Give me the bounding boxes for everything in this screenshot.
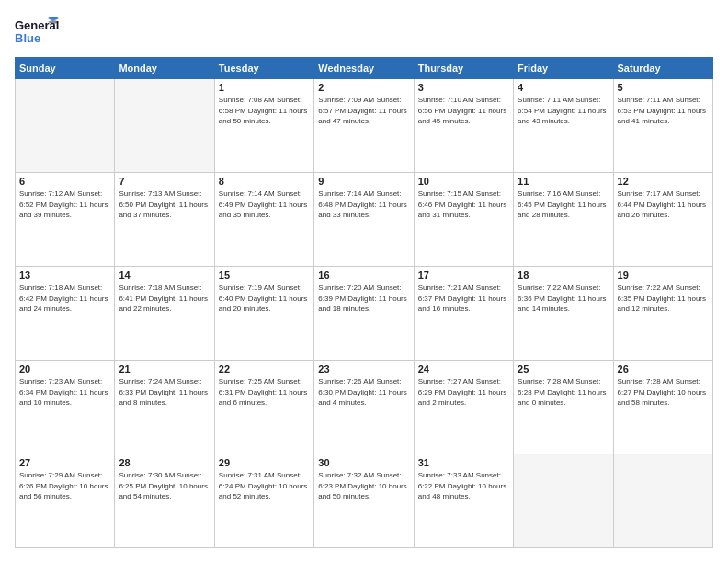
calendar-cell: 9Sunrise: 7:14 AM Sunset: 6:48 PM Daylig… — [314, 173, 414, 267]
day-info: Sunrise: 7:09 AM Sunset: 6:57 PM Dayligh… — [318, 95, 409, 127]
calendar-cell: 27Sunrise: 7:29 AM Sunset: 6:26 PM Dayli… — [16, 454, 115, 548]
calendar-cell: 26Sunrise: 7:28 AM Sunset: 6:27 PM Dayli… — [613, 361, 712, 454]
day-number: 6 — [19, 176, 110, 187]
day-info: Sunrise: 7:16 AM Sunset: 6:45 PM Dayligh… — [518, 189, 609, 221]
day-info: Sunrise: 7:20 AM Sunset: 6:39 PM Dayligh… — [318, 282, 409, 315]
calendar-cell: 24Sunrise: 7:27 AM Sunset: 6:29 PM Dayli… — [414, 361, 513, 454]
page: General Blue SundayMondayTuesdayWednesda… — [0, 0, 728, 563]
day-number: 17 — [418, 270, 509, 281]
day-number: 22 — [219, 363, 310, 374]
col-header-saturday: Saturday — [613, 58, 712, 79]
day-number: 24 — [418, 363, 509, 374]
day-number: 21 — [119, 363, 210, 374]
col-header-monday: Monday — [115, 58, 214, 79]
calendar-cell: 16Sunrise: 7:20 AM Sunset: 6:39 PM Dayli… — [314, 267, 414, 361]
day-number: 9 — [318, 176, 409, 187]
day-info: Sunrise: 7:14 AM Sunset: 6:48 PM Dayligh… — [318, 189, 409, 221]
calendar-cell: 23Sunrise: 7:26 AM Sunset: 6:30 PM Dayli… — [314, 361, 414, 454]
calendar-cell: 10Sunrise: 7:15 AM Sunset: 6:46 PM Dayli… — [414, 173, 513, 267]
calendar-cell: 31Sunrise: 7:33 AM Sunset: 6:22 PM Dayli… — [414, 454, 513, 548]
day-number: 8 — [219, 176, 310, 187]
day-number: 14 — [119, 270, 210, 281]
day-number: 3 — [418, 82, 509, 93]
day-info: Sunrise: 7:18 AM Sunset: 6:42 PM Dayligh… — [19, 282, 110, 315]
calendar-cell: 5Sunrise: 7:11 AM Sunset: 6:53 PM Daylig… — [613, 79, 712, 173]
calendar-cell: 15Sunrise: 7:19 AM Sunset: 6:40 PM Dayli… — [214, 267, 313, 361]
day-info: Sunrise: 7:29 AM Sunset: 6:26 PM Dayligh… — [19, 470, 110, 502]
logo-icon: General Blue — [15, 15, 61, 48]
day-number: 13 — [19, 270, 110, 281]
calendar-cell: 17Sunrise: 7:21 AM Sunset: 6:37 PM Dayli… — [414, 267, 513, 361]
day-number: 12 — [618, 176, 709, 187]
day-number: 11 — [518, 176, 609, 187]
day-info: Sunrise: 7:08 AM Sunset: 6:58 PM Dayligh… — [219, 95, 310, 127]
day-info: Sunrise: 7:27 AM Sunset: 6:29 PM Dayligh… — [418, 376, 509, 408]
calendar-cell: 11Sunrise: 7:16 AM Sunset: 6:45 PM Dayli… — [514, 173, 613, 267]
day-info: Sunrise: 7:28 AM Sunset: 6:27 PM Dayligh… — [618, 376, 709, 408]
day-number: 25 — [518, 363, 609, 374]
day-info: Sunrise: 7:13 AM Sunset: 6:50 PM Dayligh… — [119, 189, 210, 221]
day-info: Sunrise: 7:23 AM Sunset: 6:34 PM Dayligh… — [19, 376, 110, 408]
day-info: Sunrise: 7:21 AM Sunset: 6:37 PM Dayligh… — [418, 282, 509, 315]
logo: General Blue — [15, 15, 61, 48]
calendar-cell: 21Sunrise: 7:24 AM Sunset: 6:33 PM Dayli… — [115, 361, 214, 454]
col-header-tuesday: Tuesday — [214, 58, 313, 79]
calendar-cell: 18Sunrise: 7:22 AM Sunset: 6:36 PM Dayli… — [514, 267, 613, 361]
day-info: Sunrise: 7:25 AM Sunset: 6:31 PM Dayligh… — [219, 376, 310, 408]
calendar-table: SundayMondayTuesdayWednesdayThursdayFrid… — [15, 57, 713, 548]
day-info: Sunrise: 7:11 AM Sunset: 6:54 PM Dayligh… — [518, 95, 609, 127]
header: General Blue — [15, 15, 713, 48]
day-number: 19 — [618, 270, 709, 281]
calendar-cell: 6Sunrise: 7:12 AM Sunset: 6:52 PM Daylig… — [16, 173, 115, 267]
day-number: 2 — [318, 82, 409, 93]
day-info: Sunrise: 7:12 AM Sunset: 6:52 PM Dayligh… — [19, 189, 110, 221]
day-info: Sunrise: 7:18 AM Sunset: 6:41 PM Dayligh… — [119, 282, 210, 315]
calendar-cell: 1Sunrise: 7:08 AM Sunset: 6:58 PM Daylig… — [214, 79, 313, 173]
day-number: 31 — [418, 457, 509, 468]
day-info: Sunrise: 7:19 AM Sunset: 6:40 PM Dayligh… — [219, 282, 310, 315]
day-info: Sunrise: 7:28 AM Sunset: 6:28 PM Dayligh… — [518, 376, 609, 408]
col-header-friday: Friday — [514, 58, 613, 79]
calendar-cell — [613, 454, 712, 548]
day-number: 20 — [19, 363, 110, 374]
calendar-cell — [16, 79, 115, 173]
day-info: Sunrise: 7:15 AM Sunset: 6:46 PM Dayligh… — [418, 189, 509, 221]
day-number: 26 — [618, 363, 709, 374]
calendar-cell: 2Sunrise: 7:09 AM Sunset: 6:57 PM Daylig… — [314, 79, 414, 173]
day-info: Sunrise: 7:14 AM Sunset: 6:49 PM Dayligh… — [219, 189, 310, 221]
day-number: 23 — [318, 363, 409, 374]
calendar-cell: 29Sunrise: 7:31 AM Sunset: 6:24 PM Dayli… — [214, 454, 313, 548]
calendar-cell — [514, 454, 613, 548]
day-number: 28 — [119, 457, 210, 468]
calendar-cell: 12Sunrise: 7:17 AM Sunset: 6:44 PM Dayli… — [613, 173, 712, 267]
calendar-cell: 20Sunrise: 7:23 AM Sunset: 6:34 PM Dayli… — [16, 361, 115, 454]
day-number: 15 — [219, 270, 310, 281]
day-info: Sunrise: 7:26 AM Sunset: 6:30 PM Dayligh… — [318, 376, 409, 408]
calendar-cell: 25Sunrise: 7:28 AM Sunset: 6:28 PM Dayli… — [514, 361, 613, 454]
col-header-thursday: Thursday — [414, 58, 513, 79]
day-info: Sunrise: 7:33 AM Sunset: 6:22 PM Dayligh… — [418, 470, 509, 502]
day-number: 18 — [518, 270, 609, 281]
day-info: Sunrise: 7:17 AM Sunset: 6:44 PM Dayligh… — [618, 189, 709, 221]
day-number: 30 — [318, 457, 409, 468]
col-header-sunday: Sunday — [16, 58, 115, 79]
calendar-cell: 28Sunrise: 7:30 AM Sunset: 6:25 PM Dayli… — [115, 454, 214, 548]
day-number: 10 — [418, 176, 509, 187]
calendar-cell: 8Sunrise: 7:14 AM Sunset: 6:49 PM Daylig… — [214, 173, 313, 267]
day-number: 16 — [318, 270, 409, 281]
day-number: 1 — [219, 82, 310, 93]
day-number: 5 — [618, 82, 709, 93]
day-number: 7 — [119, 176, 210, 187]
calendar-cell: 14Sunrise: 7:18 AM Sunset: 6:41 PM Dayli… — [115, 267, 214, 361]
calendar-cell: 7Sunrise: 7:13 AM Sunset: 6:50 PM Daylig… — [115, 173, 214, 267]
day-number: 29 — [219, 457, 310, 468]
calendar-cell: 22Sunrise: 7:25 AM Sunset: 6:31 PM Dayli… — [214, 361, 313, 454]
day-info: Sunrise: 7:22 AM Sunset: 6:35 PM Dayligh… — [618, 282, 709, 315]
day-info: Sunrise: 7:24 AM Sunset: 6:33 PM Dayligh… — [119, 376, 210, 408]
calendar-cell: 13Sunrise: 7:18 AM Sunset: 6:42 PM Dayli… — [16, 267, 115, 361]
day-info: Sunrise: 7:32 AM Sunset: 6:23 PM Dayligh… — [318, 470, 409, 502]
calendar-cell: 19Sunrise: 7:22 AM Sunset: 6:35 PM Dayli… — [613, 267, 712, 361]
day-number: 27 — [19, 457, 110, 468]
day-info: Sunrise: 7:22 AM Sunset: 6:36 PM Dayligh… — [518, 282, 609, 315]
calendar-cell: 4Sunrise: 7:11 AM Sunset: 6:54 PM Daylig… — [514, 79, 613, 173]
